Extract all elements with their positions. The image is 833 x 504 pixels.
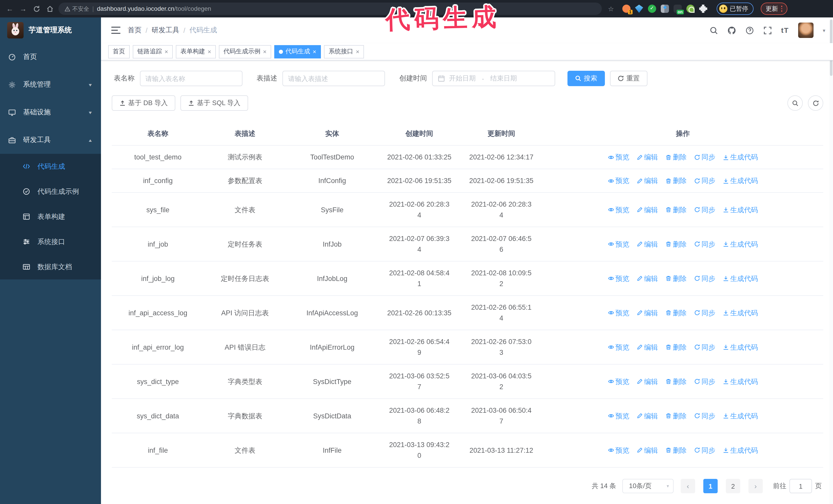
delete-link[interactable]: 删除: [665, 273, 687, 284]
preview-link[interactable]: 预览: [608, 342, 629, 353]
extension-icon-gem[interactable]: [635, 5, 643, 13]
sidebar-item-home[interactable]: 首页: [0, 43, 101, 71]
sync-link[interactable]: 同步: [694, 175, 715, 186]
sync-link[interactable]: 同步: [694, 410, 715, 421]
security-warning[interactable]: 不安全: [65, 5, 89, 13]
tag-home[interactable]: 首页: [108, 45, 130, 58]
browser-update-button[interactable]: 更新: [760, 3, 787, 15]
sidebar-item-codegen-demo[interactable]: 代码生成示例: [0, 179, 101, 204]
sidebar-item-devtools[interactable]: 研发工具 ▲: [0, 126, 101, 154]
avatar-caret-icon[interactable]: ▾: [823, 27, 825, 33]
sidebar-item-db-doc[interactable]: 数据库文档: [0, 254, 101, 280]
preview-link[interactable]: 预览: [608, 376, 629, 387]
close-icon[interactable]: ×: [165, 48, 168, 55]
delete-link[interactable]: 删除: [665, 175, 687, 186]
preview-link[interactable]: 预览: [608, 239, 629, 249]
help-icon[interactable]: [745, 26, 754, 34]
table-name-input[interactable]: [140, 71, 242, 86]
preview-link[interactable]: 预览: [608, 410, 629, 421]
extension-icon-key[interactable]: [686, 5, 694, 13]
edit-link[interactable]: 编辑: [636, 445, 658, 456]
forward-icon[interactable]: →: [19, 4, 28, 13]
close-icon[interactable]: ×: [313, 48, 316, 55]
browser-menu-icon[interactable]: [781, 6, 782, 12]
sidebar-item-codegen[interactable]: 代码生成: [0, 154, 101, 179]
preview-link[interactable]: 预览: [608, 273, 629, 284]
page-button-1[interactable]: 1: [703, 479, 718, 493]
home-icon[interactable]: [45, 4, 54, 13]
reset-button[interactable]: 重置: [610, 71, 647, 86]
edit-link[interactable]: 编辑: [636, 410, 658, 421]
delete-link[interactable]: 删除: [665, 152, 687, 163]
refresh-table-button[interactable]: [808, 95, 823, 111]
generate-code-link[interactable]: 生成代码: [722, 376, 758, 387]
hamburger-icon[interactable]: [111, 27, 120, 34]
extensions-puzzle-icon[interactable]: [699, 5, 707, 13]
extension-icon-orange[interactable]: 1: [622, 5, 630, 13]
edit-link[interactable]: 编辑: [636, 175, 658, 186]
import-db-button[interactable]: 基于 DB 导入: [112, 95, 175, 111]
import-sql-button[interactable]: 基于 SQL 导入: [181, 95, 248, 111]
search-icon[interactable]: [710, 26, 718, 34]
tag-trace[interactable]: 链路追踪×: [133, 45, 173, 58]
sync-link[interactable]: 同步: [694, 307, 715, 318]
close-icon[interactable]: ×: [356, 48, 359, 55]
tag-system-api[interactable]: 系统接口×: [324, 45, 364, 58]
preview-link[interactable]: 预览: [608, 307, 629, 318]
profile-paused-badge[interactable]: 已暂停: [716, 3, 753, 15]
page-button-2[interactable]: 2: [726, 479, 740, 493]
generate-code-link[interactable]: 生成代码: [722, 342, 758, 353]
close-icon[interactable]: ×: [208, 48, 211, 55]
font-size-icon[interactable]: tT: [781, 26, 789, 34]
extension-icon-on[interactable]: on: [673, 5, 682, 13]
generate-code-link[interactable]: 生成代码: [722, 152, 758, 163]
edit-link[interactable]: 编辑: [636, 239, 658, 249]
sidebar-item-form-builder[interactable]: 表单构建: [0, 204, 101, 229]
date-range-picker[interactable]: 开始日期 - 结束日期: [432, 71, 555, 86]
sync-link[interactable]: 同步: [694, 445, 715, 456]
back-icon[interactable]: ←: [5, 4, 14, 13]
edit-link[interactable]: 编辑: [636, 273, 658, 284]
app-logo[interactable]: 芋道管理系统: [0, 18, 101, 43]
sync-link[interactable]: 同步: [694, 273, 715, 284]
generate-code-link[interactable]: 生成代码: [722, 445, 758, 456]
delete-link[interactable]: 删除: [665, 342, 687, 353]
edit-link[interactable]: 编辑: [636, 204, 658, 215]
toggle-search-button[interactable]: [787, 95, 803, 111]
preview-link[interactable]: 预览: [608, 204, 629, 215]
sync-link[interactable]: 同步: [694, 152, 715, 163]
reload-icon[interactable]: [32, 4, 41, 13]
edit-link[interactable]: 编辑: [636, 307, 658, 318]
search-button[interactable]: 搜索: [568, 71, 605, 86]
preview-link[interactable]: 预览: [608, 152, 629, 163]
tag-codegen[interactable]: 代码生成×: [274, 45, 321, 58]
preview-link[interactable]: 预览: [608, 175, 629, 186]
next-page-button[interactable]: ›: [748, 479, 763, 493]
jump-page-input[interactable]: [789, 479, 812, 493]
sidebar-item-infra[interactable]: 基础设施 ▼: [0, 98, 101, 126]
extension-icon-check[interactable]: [648, 5, 656, 13]
delete-link[interactable]: 删除: [665, 376, 687, 387]
prev-page-button[interactable]: ‹: [681, 479, 695, 493]
sidebar-item-system[interactable]: 系统管理 ▼: [0, 71, 101, 98]
generate-code-link[interactable]: 生成代码: [722, 204, 758, 215]
fullscreen-icon[interactable]: [763, 26, 772, 34]
page-size-select[interactable]: 10条/页 ▾: [622, 479, 673, 493]
delete-link[interactable]: 删除: [665, 307, 687, 318]
tag-codegen-demo[interactable]: 代码生成示例×: [219, 45, 271, 58]
breadcrumb-devtools[interactable]: 研发工具: [152, 26, 180, 35]
sync-link[interactable]: 同步: [694, 342, 715, 353]
edit-link[interactable]: 编辑: [636, 342, 658, 353]
user-avatar[interactable]: [798, 23, 813, 38]
sync-link[interactable]: 同步: [694, 376, 715, 387]
preview-link[interactable]: 预览: [608, 445, 629, 456]
edit-link[interactable]: 编辑: [636, 152, 658, 163]
breadcrumb-home[interactable]: 首页: [128, 26, 142, 35]
generate-code-link[interactable]: 生成代码: [722, 307, 758, 318]
bookmark-star-icon[interactable]: ☆: [608, 5, 614, 13]
delete-link[interactable]: 删除: [665, 204, 687, 215]
address-bar[interactable]: 不安全 | dashboard.yudao.iocoder.cn/tool/co…: [58, 3, 602, 15]
edit-link[interactable]: 编辑: [636, 376, 658, 387]
sync-link[interactable]: 同步: [694, 239, 715, 249]
delete-link[interactable]: 删除: [665, 239, 687, 249]
